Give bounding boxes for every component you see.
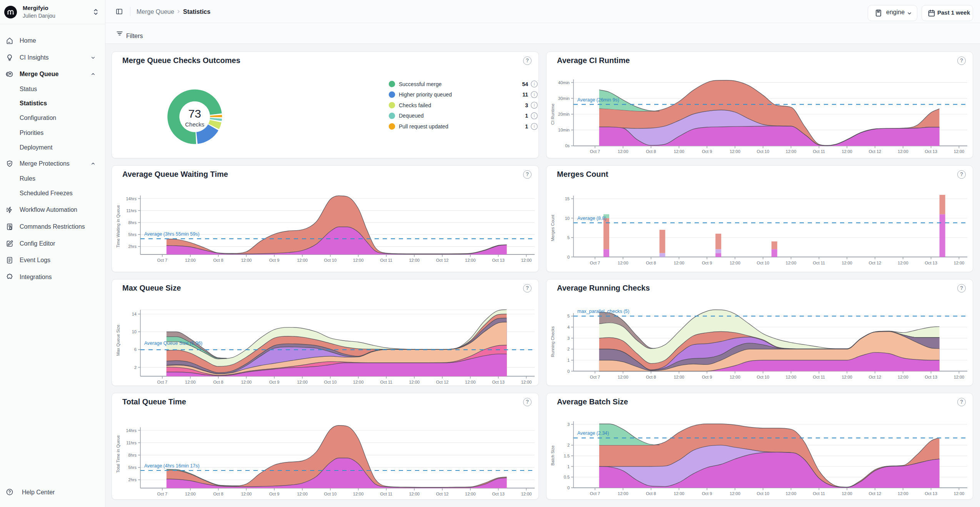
svg-text:Max Queue Size: Max Queue Size — [116, 324, 120, 356]
svg-text:5: 5 — [567, 235, 570, 240]
svg-text:Oct 12: Oct 12 — [436, 380, 448, 384]
svg-text:12:00: 12:00 — [674, 149, 685, 154]
svg-text:Oct 8: Oct 8 — [213, 380, 223, 384]
svg-text:Oct 11: Oct 11 — [813, 149, 825, 154]
svg-text:12:00: 12:00 — [185, 492, 196, 496]
svg-text:12:00: 12:00 — [786, 375, 797, 379]
svg-text:Time Waiting in Queue: Time Waiting in Queue — [116, 205, 120, 248]
svg-text:Oct 8: Oct 8 — [646, 375, 656, 379]
svg-text:Oct 9: Oct 9 — [269, 258, 279, 263]
svg-text:Dequeued: Dequeued — [399, 113, 424, 119]
svg-text:3: 3 — [567, 336, 570, 341]
svg-text:12:00: 12:00 — [353, 258, 364, 263]
svg-text:Pull request updated: Pull request updated — [399, 123, 448, 130]
svg-text:12:00: 12:00 — [241, 258, 252, 263]
svg-text:12:00: 12:00 — [730, 375, 740, 379]
svg-text:12:00: 12:00 — [786, 261, 797, 265]
svg-text:2hrs: 2hrs — [128, 477, 137, 482]
svg-text:Oct 7: Oct 7 — [157, 380, 167, 384]
svg-text:10: 10 — [132, 329, 137, 334]
svg-text:73: 73 — [188, 107, 201, 120]
svg-text:Oct 9: Oct 9 — [702, 261, 712, 265]
svg-text:Average (8.8): Average (8.8) — [577, 216, 607, 221]
svg-text:i: i — [534, 103, 535, 107]
svg-text:Oct 10: Oct 10 — [324, 492, 337, 496]
svg-text:Higher priority queued: Higher priority queued — [399, 91, 452, 98]
svg-text:12:00: 12:00 — [842, 491, 852, 496]
svg-text:Oct 7: Oct 7 — [590, 149, 600, 154]
svg-text:12:00: 12:00 — [786, 491, 797, 496]
svg-text:12:00: 12:00 — [674, 261, 685, 265]
svg-text:6: 6 — [134, 347, 137, 352]
svg-text:Oct 9: Oct 9 — [702, 491, 712, 496]
svg-text:Oct 7: Oct 7 — [157, 258, 167, 263]
svg-text:12:00: 12:00 — [730, 491, 740, 496]
svg-text:Oct 12: Oct 12 — [869, 261, 881, 265]
svg-text:Successful merge: Successful merge — [399, 81, 442, 87]
svg-text:1: 1 — [567, 464, 570, 469]
svg-text:Checks failed: Checks failed — [399, 102, 431, 108]
svg-text:Oct 10: Oct 10 — [324, 380, 337, 384]
svg-text:12:00: 12:00 — [618, 261, 628, 265]
svg-text:1.5: 1.5 — [564, 454, 570, 458]
svg-text:Oct 13: Oct 13 — [925, 149, 937, 154]
svg-text:11hrs: 11hrs — [126, 441, 137, 445]
svg-text:11: 11 — [522, 91, 528, 98]
svg-text:Oct 10: Oct 10 — [757, 375, 769, 379]
svg-text:14hrs: 14hrs — [126, 428, 137, 433]
svg-text:12:00: 12:00 — [954, 261, 965, 265]
svg-text:12:00: 12:00 — [241, 492, 252, 496]
svg-text:Average (2.34): Average (2.34) — [577, 431, 609, 436]
svg-text:Oct 7: Oct 7 — [157, 492, 167, 496]
svg-text:12:00: 12:00 — [465, 380, 476, 384]
svg-text:12:00: 12:00 — [842, 261, 852, 265]
svg-text:3: 3 — [525, 102, 528, 108]
svg-text:12:00: 12:00 — [185, 380, 196, 384]
svg-text:12:00: 12:00 — [674, 491, 685, 496]
svg-text:0: 0 — [567, 485, 570, 490]
svg-text:max_parallel_checks (5): max_parallel_checks (5) — [577, 309, 629, 314]
svg-text:Oct 8: Oct 8 — [213, 258, 223, 263]
svg-text:12:00: 12:00 — [465, 492, 476, 496]
svg-text:12:00: 12:00 — [842, 149, 852, 154]
svg-text:Oct 8: Oct 8 — [213, 492, 223, 496]
svg-text:2: 2 — [567, 347, 570, 351]
svg-text:12:00: 12:00 — [297, 380, 308, 384]
svg-text:12:00: 12:00 — [297, 492, 308, 496]
svg-text:12:00: 12:00 — [898, 261, 908, 265]
svg-text:12:00: 12:00 — [353, 380, 364, 384]
svg-text:Oct 12: Oct 12 — [869, 491, 881, 496]
svg-text:1: 1 — [525, 123, 528, 130]
svg-text:Merges Count: Merges Count — [550, 214, 555, 241]
svg-text:Oct 8: Oct 8 — [646, 491, 656, 496]
svg-text:Average (26min 9s): Average (26min 9s) — [577, 97, 619, 103]
svg-text:Oct 12: Oct 12 — [436, 258, 448, 263]
svg-text:Oct 13: Oct 13 — [925, 375, 937, 379]
svg-text:12:00: 12:00 — [241, 380, 252, 384]
svg-text:1: 1 — [567, 358, 570, 362]
svg-text:12:00: 12:00 — [898, 149, 908, 154]
svg-text:Oct 11: Oct 11 — [813, 491, 825, 496]
svg-text:5hrs: 5hrs — [128, 465, 137, 470]
svg-text:Running Checks: Running Checks — [550, 326, 555, 357]
svg-text:12:00: 12:00 — [954, 375, 965, 379]
svg-text:12:00: 12:00 — [521, 380, 532, 384]
svg-text:Oct 13: Oct 13 — [492, 258, 504, 263]
svg-text:Oct 13: Oct 13 — [925, 491, 937, 496]
svg-text:Oct 7: Oct 7 — [590, 491, 600, 496]
svg-text:Oct 9: Oct 9 — [269, 380, 279, 384]
svg-text:CI Runtime: CI Runtime — [550, 103, 555, 125]
svg-text:10min: 10min — [558, 128, 570, 132]
svg-text:i: i — [534, 93, 535, 97]
svg-text:30min: 30min — [558, 96, 570, 101]
svg-text:Oct 13: Oct 13 — [925, 261, 937, 265]
svg-text:Oct 12: Oct 12 — [869, 149, 881, 154]
svg-text:Oct 11: Oct 11 — [380, 492, 393, 496]
svg-text:14hrs: 14hrs — [126, 196, 137, 201]
svg-text:i: i — [534, 114, 535, 118]
svg-text:12:00: 12:00 — [786, 149, 797, 154]
svg-text:Oct 10: Oct 10 — [757, 261, 769, 265]
svg-text:40min: 40min — [558, 80, 570, 85]
svg-text:12:00: 12:00 — [465, 258, 476, 263]
svg-text:10: 10 — [565, 216, 570, 221]
